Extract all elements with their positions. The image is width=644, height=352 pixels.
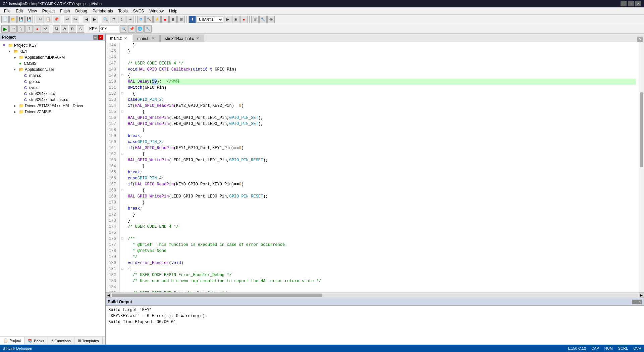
build-minimize-btn[interactable]: ─ [632,300,637,304]
code-line-167: if(HAL_GPIO_ReadPin(KEY0_GPIO_Port,KEY0_… [128,181,636,187]
reg-btn[interactable]: R [69,25,76,33]
scroll-left-btn[interactable]: ◀ [106,293,111,298]
tab-functions-label: Functions [55,339,71,343]
menu-view[interactable]: View [25,7,40,14]
tree-item-hal-driver[interactable]: ▶ 📁 Drivers/STM32F4xx_HAL_Driver [0,103,105,109]
reset-btn[interactable]: ↺ [42,25,49,33]
close-main-c-btn[interactable]: ✕ [123,36,128,41]
back-btn[interactable]: ◀ [83,16,90,23]
restore-button[interactable]: □ [628,1,634,6]
tool-btn[interactable]: 🔧 [144,25,152,33]
open-btn[interactable]: 📂 [9,16,17,23]
save-all-btn[interactable]: 💾 [25,16,33,23]
download-btn[interactable]: ⬇ [189,16,196,23]
save-btn[interactable]: 💾 [17,16,25,23]
menu-debug[interactable]: Debug [73,7,90,14]
tab-templates[interactable]: ⊞ Templates [74,337,103,345]
menu-window[interactable]: Window [147,7,166,14]
watch-btn[interactable]: W [61,25,68,33]
pin-btn[interactable]: 📌 [128,25,136,33]
options-btn[interactable]: ⊞ [251,16,259,23]
msp-c-label: stm32f4xx_hal_msp.c [29,97,68,102]
menu-svcs[interactable]: SVCS [130,7,147,14]
editor-tab-hal-c[interactable]: stm32f4xx_hal.c ✕ [160,35,204,42]
menu-peripherals[interactable]: Peripherals [90,7,116,14]
step-over-btn[interactable]: ⤵ [17,25,25,33]
tree-item-sys-c[interactable]: C sys.c [0,85,105,91]
code-container[interactable]: 1441451461471481491501511521531541551561… [106,42,644,292]
tree-item-it-c[interactable]: C stm32f4xx_it.c [0,91,105,97]
tree-item-gpio-c[interactable]: C gpio.c [0,79,105,85]
uart-stop-btn[interactable]: ● [240,16,248,23]
scroll-right-btn[interactable]: ▶ [639,293,644,298]
undo-btn[interactable]: ↩ [64,16,71,23]
step-out-btn[interactable]: ⤴ [25,25,33,33]
usart-select[interactable]: USART1 [197,16,223,23]
tab-functions[interactable]: ƒ Functions [48,337,74,345]
tree-item-cmsis[interactable]: ♦ CMSIS [0,60,105,67]
cut-btn[interactable]: ✂ [37,16,44,23]
menu-flash[interactable]: Flash [57,7,72,14]
stop-btn[interactable]: ■ [161,16,169,23]
editor-tab-hal-c-label: stm32f4xx_hal.c [165,36,194,41]
menu-help[interactable]: Help [166,7,180,14]
uart-send-btn[interactable]: ▶ [224,16,231,23]
copy-btn[interactable]: 📋 [45,16,52,23]
editor-tab-main-c[interactable]: main.c ✕ [106,35,132,42]
breakpoint-btn[interactable]: ● [34,25,41,33]
paste-btn[interactable]: 📌 [53,16,60,23]
hscroll-thumb[interactable] [112,294,322,297]
forward-btn[interactable]: ▶ [91,16,98,23]
build-btn[interactable]: ⚙ [137,16,145,23]
menu-file[interactable]: File [1,7,13,14]
close-button[interactable]: ✕ [635,1,641,6]
key-expand-icon: ▼ [7,49,12,54]
panel-close-btn[interactable]: ─ [93,35,98,40]
panel-x-btn[interactable]: ✕ [98,35,103,40]
clean-btn[interactable]: 🗑 [169,16,177,23]
menu-edit[interactable]: Edit [13,7,25,14]
find-next-btn[interactable]: ⤵ [118,16,125,23]
minimize-button[interactable]: ─ [621,1,627,6]
translate-btn[interactable]: ⚡ [153,16,161,23]
step-btn[interactable]: ⇢ [9,25,17,33]
menu-tools[interactable]: Tools [116,7,130,14]
tree-item-key[interactable]: ▼ 📂 KEY [0,48,105,54]
close-editor-area-btn[interactable]: ✕ [637,37,643,42]
build-all-btn[interactable]: 🔨 [145,16,153,23]
redo-btn[interactable]: ↪ [72,16,79,23]
tree-item-mdk-arm[interactable]: ▶ 📁 Application/MDK-ARM [0,54,105,60]
run-btn[interactable]: ▶ [1,25,9,33]
hscroll-track[interactable] [112,294,638,297]
menu-project[interactable]: Project [40,7,57,14]
tree-item-project[interactable]: ▼ 📁 Project: KEY [0,42,105,48]
sym-btn[interactable]: S [77,25,84,33]
search-input[interactable] [99,26,119,32]
new-file-btn[interactable]: 📄 [1,16,9,23]
mem-btn[interactable]: M [53,25,60,33]
tab-books[interactable]: 📚 Books [24,337,48,345]
code-content[interactable]: }} /* USER CODE BEGIN 4 */void HAL_GPIO_… [125,42,639,292]
horizontal-scrollbar[interactable]: ◀ ▶ [106,292,644,298]
tree-item-drivers-cmsis[interactable]: ▶ 📁 Drivers/CMSIS [0,109,105,115]
close-hal-c-btn[interactable]: ✕ [195,36,200,41]
batch-btn[interactable]: ⊞ [177,16,185,23]
close-main-h-btn[interactable]: ✕ [151,36,155,41]
ext-btn[interactable]: 🌐 [136,25,144,33]
tree-item-main-c[interactable]: C main.c [0,73,105,79]
indent-btn[interactable]: ⇥ [126,16,133,23]
search-execute-btn[interactable]: 🔍 [120,25,127,33]
uart-recv-btn[interactable]: ◉ [232,16,239,23]
editor-tab-main-h[interactable]: main.h ✕ [133,35,160,42]
code-line-160: case GPIO_PIN_3: [128,139,636,145]
tree-item-msp-c[interactable]: C stm32f4xx_hal_msp.c [0,97,105,103]
vertical-scrollbar[interactable] [639,42,644,292]
tab-project[interactable]: 📋 Project [0,337,24,345]
build-close-btn[interactable]: ✕ [637,300,642,304]
scrollbar-thumb[interactable] [640,92,643,167]
tree-item-app-user[interactable]: ▼ 📂 Application/User [0,67,105,73]
replace-btn[interactable]: ⇄ [110,16,117,23]
spy-btn[interactable]: 👁 [267,16,275,23]
search-btn[interactable]: 🔍 [102,16,109,23]
dbg-btn[interactable]: 🔧 [259,16,267,23]
